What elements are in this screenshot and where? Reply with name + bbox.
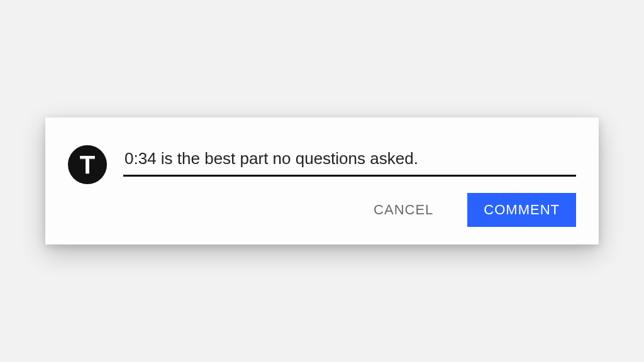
comment-button[interactable]: COMMENT xyxy=(467,193,576,227)
composer-actions: CANCEL COMMENT xyxy=(123,193,576,227)
comment-composer-card: T CANCEL COMMENT xyxy=(45,118,599,244)
comment-field-wrap: CANCEL COMMENT xyxy=(123,145,576,227)
avatar-initial: T xyxy=(80,151,95,179)
avatar[interactable]: T xyxy=(68,145,107,184)
comment-input[interactable] xyxy=(123,145,576,177)
cancel-button[interactable]: CANCEL xyxy=(357,193,450,227)
composer-row: T CANCEL COMMENT xyxy=(68,145,576,227)
